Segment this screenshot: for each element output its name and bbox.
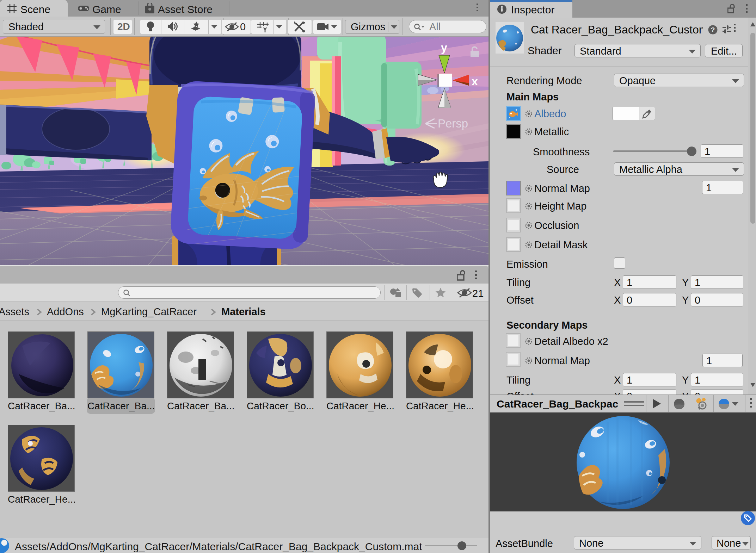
svg-text:x: x xyxy=(472,75,478,88)
svg-text:Persp: Persp xyxy=(438,117,468,130)
svg-text:y: y xyxy=(441,41,447,54)
svg-text:?: ? xyxy=(711,26,715,33)
